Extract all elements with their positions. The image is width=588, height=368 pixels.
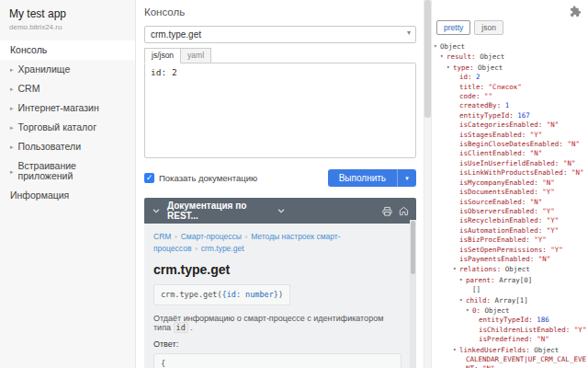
json-key: relations: — [459, 265, 505, 273]
sidebar-item[interactable]: Информация — [0, 186, 135, 205]
tree-toggle-icon[interactable]: ▾ — [459, 295, 466, 305]
json-key: code: — [459, 92, 484, 100]
result-view-tabs: prettyjson — [433, 20, 588, 35]
code-token: crm.type.get( — [161, 290, 222, 299]
json-key: isStagesEnabled: — [459, 131, 530, 139]
sidebar-item-label: Хранилище — [18, 64, 71, 75]
home-icon[interactable] — [399, 206, 409, 216]
json-tree-node: isMycompanyEnabled: "N" — [433, 178, 588, 188]
json-key: isPaymentsEnabled: — [459, 255, 538, 263]
sidebar-item[interactable]: ▸Хранилище — [0, 60, 135, 79]
json-tree-node[interactable]: ▾0: Object — [433, 305, 588, 316]
sidebar-item-label: Интернет-магазин — [18, 103, 99, 113]
breadcrumb-link[interactable]: CRM — [153, 232, 171, 241]
console-panel: Консоль ▾ js/jsonyaml id: 2 ✓ Показать д… — [137, 0, 424, 368]
json-key: createdBy: — [459, 101, 505, 109]
json-key: isObserversEnabled: — [459, 207, 542, 215]
checkbox-checked-icon[interactable]: ✓ — [144, 173, 154, 183]
json-tree-node: isDocumentsEnabled: "Y" — [433, 188, 588, 197]
json-value: Object — [485, 306, 510, 315]
code-token: {id: number} — [222, 290, 278, 299]
json-key: isCategoriesEnabled: — [459, 121, 547, 129]
sidebar-item[interactable]: ▸CRM — [0, 79, 135, 98]
json-key: parent: — [466, 276, 499, 284]
breadcrumb-separator: › — [195, 246, 197, 252]
method-input[interactable] — [144, 26, 416, 43]
json-tree-node: isPaymentsEnabled: "N" — [433, 255, 588, 264]
result-view-tab-json[interactable]: json — [474, 20, 503, 35]
editor-tab-yaml[interactable]: yaml — [181, 48, 211, 63]
show-docs-checkbox[interactable]: ✓ Показать документацию — [144, 173, 257, 183]
print-icon[interactable] — [382, 206, 392, 216]
breadcrumb-separator: › — [245, 234, 247, 240]
response-example-code: { "type": { "id": 24, "title": "Супергер… — [153, 353, 401, 368]
json-value: "N" — [547, 121, 560, 129]
breadcrumb-link[interactable]: crm.type.get — [201, 244, 244, 253]
json-key: isSourceEnabled: — [459, 198, 530, 206]
method-dropdown-icon[interactable]: ▾ — [407, 29, 411, 37]
json-value: 167 — [517, 111, 530, 120]
docs-scrollbar-thumb[interactable] — [411, 221, 415, 274]
run-button[interactable]: Выполнить ▼ — [328, 169, 416, 187]
json-tree-node[interactable]: ▾Object — [433, 41, 588, 52]
chevron-down-icon[interactable] — [152, 206, 161, 215]
json-tree-node: isAutomationEnabled: "Y" — [433, 226, 588, 236]
tree-toggle-icon[interactable]: ▾ — [434, 41, 440, 51]
json-value: "N" — [530, 149, 543, 157]
json-value: Array[1] — [495, 296, 528, 305]
sidebar-item[interactable]: ▸Пользователи — [0, 137, 135, 156]
json-value: "Y" — [574, 326, 587, 334]
page-scrollbar[interactable] — [424, 0, 432, 368]
json-tree-node[interactable]: ▾type: Object — [433, 63, 588, 73]
tree-toggle-icon[interactable]: ▾ — [440, 52, 447, 61]
json-tree-node[interactable]: ▾linkedUserFields: Object — [433, 345, 588, 355]
run-button-label[interactable]: Выполнить — [328, 169, 397, 187]
json-tree-node[interactable]: ▾relations: Object — [433, 264, 588, 274]
json-key: isSetOpenPermissions: — [459, 246, 550, 254]
json-key: id: — [459, 73, 476, 81]
json-key: isRecyclebinEnabled: — [459, 216, 547, 224]
breadcrumb-link[interactable]: Смарт-процессы — [181, 232, 242, 241]
json-tree-node: id: 2 — [433, 73, 588, 82]
json-tree-node: entityTypeId: 186 — [433, 316, 588, 325]
json-tree-node: title: "Список" — [433, 83, 588, 92]
json-value: "N" — [571, 168, 584, 177]
breadcrumb: CRM›Смарт-процессы›Методы настроек смарт… — [153, 231, 401, 255]
console-title: Консоль — [144, 6, 416, 17]
json-tree-node[interactable]: ▾child: Array[1] — [433, 295, 588, 305]
tree-toggle-icon[interactable]: ▾ — [447, 63, 453, 72]
json-key: result: — [447, 52, 480, 61]
sidebar-item[interactable]: ▸Интернет-магазин — [0, 98, 135, 118]
sidebar-item[interactable]: ▸Встраивание приложений — [0, 156, 135, 186]
code-token: { — [161, 359, 165, 368]
chevron-down-icon[interactable] — [277, 206, 286, 215]
json-value: 186 — [537, 316, 549, 324]
params-textarea[interactable]: id: 2 — [144, 63, 416, 158]
json-value: "Y" — [547, 216, 560, 224]
tree-toggle-icon[interactable]: ▾ — [453, 264, 459, 273]
json-tree-node: isClientEnabled: "N" — [433, 149, 588, 158]
page-scrollbar-thumb[interactable] — [424, 0, 431, 118]
json-key: 0: — [472, 306, 485, 315]
docs-scrollbar[interactable] — [410, 220, 416, 368]
json-key: isPredefined: — [479, 335, 537, 343]
sidebar-item[interactable]: ▸Торговый каталог — [0, 118, 135, 137]
json-tree-node[interactable]: ▾result: Object — [433, 52, 588, 62]
json-tree-node: isSourceEnabled: "N" — [433, 198, 588, 207]
json-key: isClientEnabled: — [459, 149, 530, 157]
extension-puzzle-icon[interactable] — [570, 5, 582, 21]
sidebar-item[interactable]: Консоль — [0, 40, 135, 60]
code-token: . — [188, 323, 193, 332]
tree-toggle-icon[interactable]: ▾ — [459, 275, 466, 284]
run-dropdown-icon[interactable]: ▼ — [397, 169, 416, 187]
tree-toggle-icon[interactable]: ▾ — [466, 305, 472, 315]
tree-toggle-icon[interactable]: ▾ — [453, 345, 459, 354]
editor-tab-jsjson[interactable]: js/json — [144, 48, 181, 63]
expand-icon: ▸ — [10, 64, 14, 75]
json-tree-node: isStagesEnabled: "Y" — [433, 131, 588, 140]
result-view-tab-pretty[interactable]: pretty — [436, 20, 470, 35]
json-tree-node[interactable]: ▾parent: Array[0] — [433, 275, 588, 285]
json-value: "N" — [530, 198, 543, 206]
json-value: "Y" — [542, 188, 555, 196]
json-value: "Список" — [489, 83, 522, 91]
